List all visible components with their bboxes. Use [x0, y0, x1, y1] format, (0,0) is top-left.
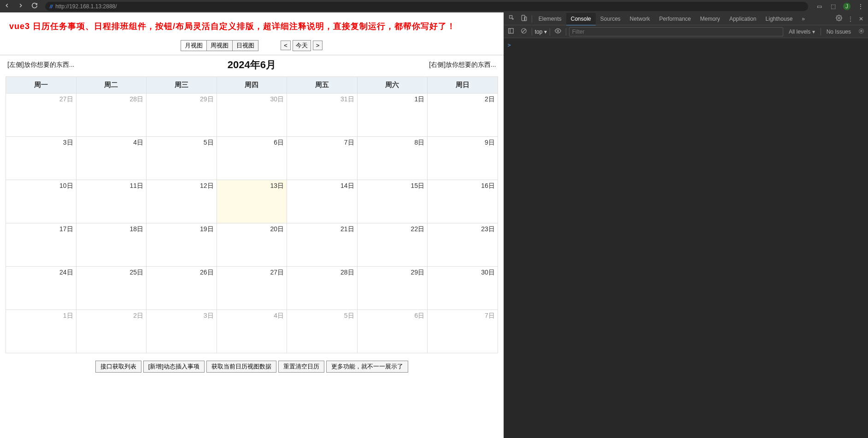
calendar-cell[interactable]: 6日: [217, 137, 287, 180]
calendar-cell[interactable]: 6日: [357, 310, 428, 353]
calendar-cell[interactable]: 10日: [6, 180, 76, 223]
calendar-cell[interactable]: 24日: [6, 267, 76, 310]
eye-icon[interactable]: [553, 28, 563, 35]
calendar-cell[interactable]: 25日: [76, 267, 147, 310]
devtools-tab-elements[interactable]: Elements: [534, 13, 566, 25]
day-number: 27日: [59, 95, 73, 104]
calendar-cell[interactable]: 7日: [287, 137, 358, 180]
calendar-cell[interactable]: 23日: [428, 223, 498, 267]
calendar-cell[interactable]: 5日: [147, 137, 217, 180]
day-number: 30日: [270, 95, 284, 104]
reader-icon[interactable]: ▭: [815, 3, 823, 10]
day-number: 7日: [344, 139, 354, 147]
day-number: 23日: [481, 225, 495, 234]
cal-prev-button[interactable]: <: [281, 41, 291, 50]
day-number: 7日: [485, 312, 495, 320]
view-tab-0[interactable]: 月视图: [181, 40, 207, 51]
action-button-2[interactable]: 获取当前日历视图数据: [206, 361, 276, 373]
calendar-cell[interactable]: 17日: [6, 223, 76, 267]
calendar-cell[interactable]: 7日: [428, 310, 498, 353]
day-number: 24日: [59, 269, 73, 277]
issues-button[interactable]: No Issues: [824, 29, 854, 35]
kebab-icon[interactable]: ⋮: [845, 16, 856, 22]
calendar-cell[interactable]: 1日: [357, 93, 428, 137]
calendar-cell[interactable]: 13日: [217, 180, 287, 223]
address-bar[interactable]: // http://192.168.1.13:2888/: [45, 2, 808, 11]
calendar-cell[interactable]: 30日: [428, 267, 498, 310]
calendar-cell[interactable]: 1日: [6, 310, 76, 353]
day-number: 9日: [485, 139, 495, 147]
nav-back-icon[interactable]: [4, 2, 10, 10]
calendar-cell[interactable]: 18日: [76, 223, 147, 267]
calendar-cell[interactable]: 4日: [217, 310, 287, 353]
calendar-cell[interactable]: 29日: [147, 93, 217, 137]
day-number: 5日: [344, 312, 354, 320]
filter-input[interactable]: [569, 27, 783, 36]
devtools-tab-lighthouse[interactable]: Lighthouse: [761, 13, 798, 25]
clear-console-icon[interactable]: [519, 28, 529, 35]
calendar-title: 2024年6月: [228, 58, 276, 72]
view-tab-1[interactable]: 周视图: [207, 40, 233, 51]
menu-icon[interactable]: ⋮: [857, 3, 864, 10]
day-number: 29日: [200, 95, 214, 104]
calendar-cell[interactable]: 31日: [287, 93, 358, 137]
console-body[interactable]: >: [504, 38, 868, 438]
action-button-0[interactable]: 接口获取列表: [95, 361, 141, 373]
calendar-cell[interactable]: 11日: [76, 180, 147, 223]
settings-icon[interactable]: [833, 15, 845, 23]
cal-today-button[interactable]: 今天: [293, 40, 311, 51]
calendar-cell[interactable]: 28日: [287, 267, 358, 310]
day-number: 13日: [270, 182, 284, 190]
sidebar-toggle-icon[interactable]: [506, 28, 516, 35]
profile-avatar[interactable]: J: [843, 3, 850, 10]
calendar-cell[interactable]: 15日: [357, 180, 428, 223]
devtools-tab-sources[interactable]: Sources: [596, 13, 625, 25]
calendar-cell[interactable]: 27日: [6, 93, 76, 137]
calendar-cell[interactable]: 3日: [6, 137, 76, 180]
context-selector[interactable]: top ▾: [535, 29, 547, 35]
weekday-header: 周四: [217, 77, 287, 93]
calendar-cell[interactable]: 2日: [428, 93, 498, 137]
nav-forward-icon[interactable]: [18, 2, 24, 10]
console-settings-icon[interactable]: [856, 28, 866, 35]
action-button-1[interactable]: [新增]动态插入事项: [143, 361, 205, 373]
devtools-more-tabs[interactable]: »: [797, 13, 809, 25]
cal-next-button[interactable]: >: [313, 41, 323, 50]
calendar-cell[interactable]: 9日: [428, 137, 498, 180]
console-toolbar: top ▾ All levels ▾ No Issues: [504, 25, 868, 38]
calendar-cell[interactable]: 30日: [217, 93, 287, 137]
calendar-cell[interactable]: 12日: [147, 180, 217, 223]
levels-dropdown[interactable]: All levels ▾: [786, 29, 818, 35]
calendar-cell[interactable]: 3日: [147, 310, 217, 353]
reload-icon[interactable]: [31, 2, 38, 10]
view-tab-2[interactable]: 日视图: [233, 40, 258, 51]
calendar-cell[interactable]: 2日: [76, 310, 147, 353]
calendar-cell[interactable]: 27日: [217, 267, 287, 310]
calendar-cell[interactable]: 22日: [357, 223, 428, 267]
calendar-cell[interactable]: 4日: [76, 137, 147, 180]
inspect-icon[interactable]: [506, 15, 518, 23]
day-number: 11日: [129, 182, 143, 190]
calendar-cell[interactable]: 8日: [357, 137, 428, 180]
weekday-header: 周二: [76, 77, 147, 93]
calendar-cell[interactable]: 14日: [287, 180, 358, 223]
devtools-tab-application[interactable]: Application: [725, 13, 761, 25]
calendar-cell[interactable]: 28日: [76, 93, 147, 137]
calendar-cell[interactable]: 20日: [217, 223, 287, 267]
device-icon[interactable]: [518, 15, 530, 23]
close-icon[interactable]: ✕: [856, 16, 866, 22]
calendar-cell[interactable]: 26日: [147, 267, 217, 310]
calendar-cell[interactable]: 21日: [287, 223, 358, 267]
devtools-tab-memory[interactable]: Memory: [696, 13, 725, 25]
calendar-cell[interactable]: 29日: [357, 267, 428, 310]
action-button-4[interactable]: 更多功能，就不一一展示了: [326, 361, 408, 373]
devtools-tab-network[interactable]: Network: [625, 13, 655, 25]
devtools-tab-performance[interactable]: Performance: [655, 13, 696, 25]
extensions-icon[interactable]: ⬚: [829, 3, 837, 10]
calendar-cell[interactable]: 16日: [428, 180, 498, 223]
devtools-tab-console[interactable]: Console: [566, 13, 596, 26]
action-button-3[interactable]: 重置清空日历: [278, 361, 324, 373]
calendar-cell[interactable]: 5日: [287, 310, 358, 353]
calendar-cell[interactable]: 19日: [147, 223, 217, 267]
svg-rect-4: [508, 29, 513, 34]
